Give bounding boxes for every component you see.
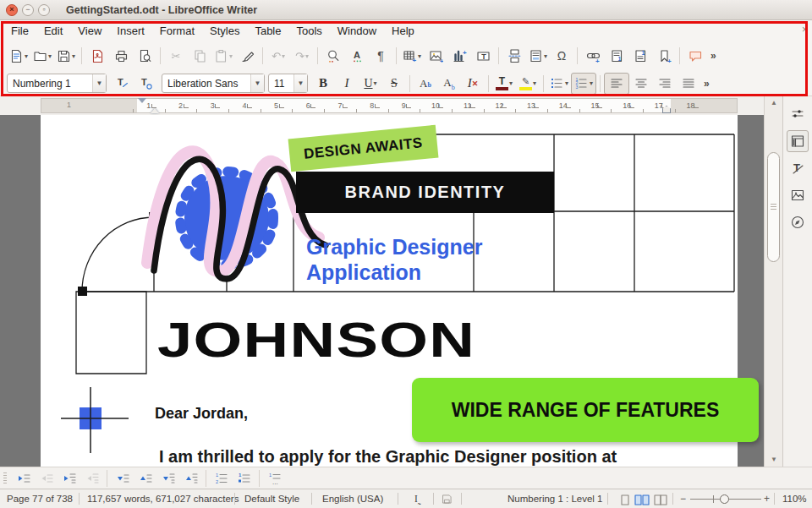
align-left-button[interactable] (604, 73, 629, 95)
insert-footnote-button[interactable]: 1 (605, 45, 628, 67)
redo-button[interactable]: ↷▾ (290, 45, 314, 67)
menu-item[interactable]: Window (330, 25, 384, 37)
menu-item[interactable]: File (3, 25, 36, 37)
move-down-with-subpoints-button[interactable] (156, 469, 179, 488)
combo-dropdown-icon[interactable]: ▼ (294, 74, 307, 92)
combo-dropdown-icon[interactable]: ▼ (250, 74, 264, 92)
clone-formatting-button[interactable] (235, 45, 259, 67)
dropdown-arrow-icon[interactable]: ▾ (533, 79, 536, 87)
insert-chart-button[interactable]: + (447, 45, 471, 67)
menu-item[interactable]: Edit (36, 25, 70, 37)
undo-button[interactable]: ↶▾ (266, 45, 290, 67)
menu-item[interactable]: Table (247, 25, 288, 37)
highlight-color-button[interactable]: ✎ ▾ (516, 74, 540, 94)
sidebar-tab-navigator[interactable] (787, 211, 809, 233)
window-close-button[interactable]: × (6, 4, 18, 16)
strikethrough-button[interactable]: S (382, 74, 406, 94)
underline-button[interactable]: U▾ (359, 74, 382, 94)
dropdown-arrow-icon[interactable]: ▾ (282, 52, 285, 60)
font-name-value[interactable]: Liberation Sans (162, 78, 250, 90)
print-preview-button[interactable] (133, 45, 156, 67)
book-view-icon[interactable] (654, 494, 667, 505)
insert-table-button[interactable]: + ▾ (400, 45, 424, 67)
window-maximize-button[interactable]: ▫ (38, 4, 50, 16)
dropdown-arrow-icon[interactable]: ▾ (590, 79, 593, 87)
justify-button[interactable] (677, 74, 700, 94)
dropdown-arrow-icon[interactable]: ▾ (509, 79, 513, 87)
insert-bookmark-button[interactable]: + (652, 45, 676, 67)
bold-button[interactable]: B (311, 74, 335, 94)
dropdown-arrow-icon[interactable]: ▾ (229, 52, 233, 60)
toolbar-overflow-button[interactable]: » (710, 50, 716, 62)
menu-item[interactable]: Styles (202, 25, 247, 37)
ordered-list-button[interactable]: 123 ▾ (571, 73, 596, 95)
zoom-percentage[interactable]: 110% (782, 494, 807, 504)
zoom-in-button[interactable]: + (764, 493, 770, 505)
bullets-and-numbering-button[interactable]: 1... (263, 469, 286, 488)
export-pdf-button[interactable] (85, 45, 109, 67)
superscript-button[interactable]: Ab (414, 74, 437, 94)
insert-page-break-button[interactable] (502, 45, 526, 67)
insert-field-button[interactable]: ▾ (526, 45, 550, 67)
word-count-status[interactable]: 117,657 words, 671,027 characters (87, 494, 239, 504)
dropdown-arrow-icon[interactable]: ▾ (374, 79, 377, 87)
outline-level-status[interactable]: Numbering 1 : Level 1 (508, 494, 603, 504)
print-button[interactable] (109, 45, 133, 67)
cut-button[interactable]: ✂ (164, 45, 188, 67)
move-up-with-subpoints-button[interactable] (179, 469, 202, 488)
dropdown-arrow-icon[interactable]: ▾ (418, 52, 421, 60)
close-document-icon[interactable]: × (802, 24, 808, 36)
toolbar-overflow-button[interactable]: » (704, 78, 710, 90)
sidebar-settings-icon[interactable] (787, 103, 809, 125)
font-name-combo[interactable]: Liberation Sans ▼ (162, 74, 265, 93)
align-right-button[interactable] (653, 74, 677, 94)
dropdown-arrow-icon[interactable]: ▾ (565, 79, 568, 87)
italic-button[interactable]: I (335, 74, 359, 94)
insert-hyperlink-button[interactable]: + (581, 45, 605, 67)
dropdown-arrow-icon[interactable]: ▾ (72, 52, 75, 60)
document-modified-icon[interactable] (442, 494, 453, 505)
move-up-button[interactable] (134, 469, 156, 488)
font-color-button[interactable]: T ▾ (492, 74, 516, 94)
paste-button[interactable]: ▾ (211, 45, 235, 67)
single-page-view-icon[interactable] (620, 494, 630, 505)
font-size-combo[interactable]: 11 ▼ (268, 74, 308, 93)
move-down-button[interactable] (111, 469, 134, 488)
insert-image-button[interactable]: + (424, 45, 447, 67)
clear-formatting-button[interactable]: I✕ (461, 74, 485, 94)
insert-unnumbered-entry-button[interactable]: 12 (210, 469, 233, 488)
zoom-slider-knob[interactable] (720, 494, 729, 504)
first-line-indent-marker[interactable] (138, 98, 146, 103)
horizontal-ruler[interactable]: 1 123456789101112131415161718 (0, 96, 764, 116)
scrollbar-thumb[interactable] (767, 152, 780, 262)
insert-mode-icon[interactable]: I˷ (414, 494, 421, 504)
promote-with-subpoints-button[interactable] (80, 469, 103, 488)
paragraph-style-value[interactable]: Numbering 1 (8, 78, 92, 90)
unordered-list-button[interactable]: ▾ (547, 74, 571, 94)
font-size-value[interactable]: 11 (269, 78, 294, 90)
demote-button[interactable] (12, 469, 35, 488)
align-center-button[interactable] (629, 74, 653, 94)
promote-button[interactable] (35, 469, 58, 488)
update-style-button[interactable]: T (110, 74, 134, 94)
menu-item[interactable]: Insert (109, 25, 152, 37)
sidebar-tab-properties[interactable] (787, 130, 809, 152)
save-button[interactable]: ▾ (54, 45, 78, 67)
insert-text-box-button[interactable]: T (471, 45, 495, 67)
sidebar-tab-styles[interactable]: T (787, 157, 809, 179)
dropdown-arrow-icon[interactable]: ▾ (544, 52, 547, 60)
formatting-marks-button[interactable]: ¶ (369, 45, 392, 67)
page-number-status[interactable]: Page 77 of 738 (7, 494, 73, 504)
demote-with-subpoints-button[interactable] (58, 469, 80, 488)
insert-comment-button[interactable] (683, 45, 707, 67)
page-style-status[interactable]: Default Style (244, 494, 299, 504)
menu-item[interactable]: Help (384, 25, 422, 37)
dropdown-arrow-icon[interactable]: ▾ (305, 52, 309, 60)
spelling-button[interactable]: A (345, 45, 369, 67)
scroll-down-icon[interactable]: ▼ (765, 456, 783, 463)
sidebar-tab-gallery[interactable] (787, 184, 809, 206)
menu-item[interactable]: Tools (288, 25, 329, 37)
insert-endnote-button[interactable]: 1 (628, 45, 652, 67)
left-indent-marker[interactable] (151, 108, 159, 113)
menu-item[interactable]: Format (152, 25, 202, 37)
